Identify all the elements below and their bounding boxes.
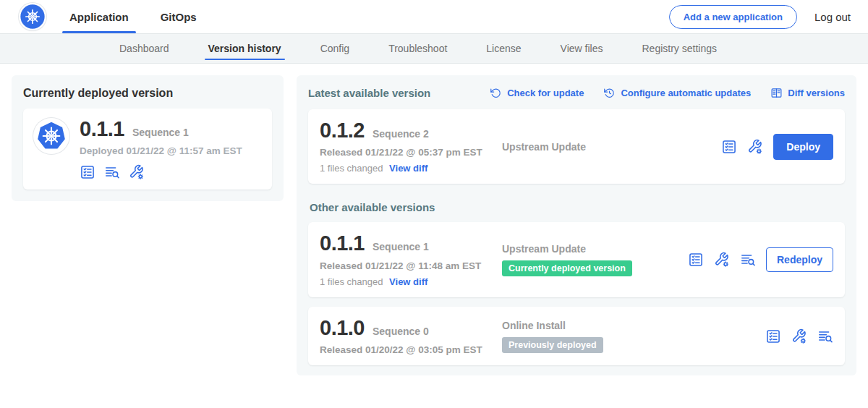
- version-source-column: Online Install Previously deployed: [502, 320, 765, 353]
- main-content: Currently deployed version 0.1.1 Sequenc…: [0, 64, 868, 387]
- top-bar: ApplicationGitOps Add a new application …: [0, 0, 868, 33]
- files-changed-count: 1 files changed: [320, 276, 383, 287]
- view-diff-link[interactable]: View diff: [389, 276, 427, 287]
- files-changed-line: 1 files changed View diff: [320, 163, 502, 174]
- app-tabs: ApplicationGitOps: [68, 0, 198, 33]
- status-badge: Previously deployed: [502, 337, 603, 353]
- add-application-button[interactable]: Add a new application: [669, 5, 797, 29]
- view-diff-link[interactable]: View diff: [389, 163, 427, 174]
- sequence-label: Sequence 1: [373, 241, 429, 252]
- deploy-button[interactable]: Deploy: [773, 134, 833, 160]
- sequence-label: Sequence 0: [373, 326, 429, 337]
- preflight-checklist-icon[interactable]: [721, 139, 737, 155]
- latest-version-list: 0.1.2 Sequence 2 Released 01/21/22 @ 05:…: [308, 109, 845, 184]
- currently-deployed-title: Currently deployed version: [23, 87, 272, 100]
- version-number: 0.1.1: [320, 232, 365, 254]
- preflight-checklist-icon[interactable]: [765, 328, 781, 344]
- version-actions-column: Redeploy: [688, 247, 833, 272]
- check-for-update-link[interactable]: Check for update: [490, 87, 584, 99]
- deploy-logs-icon[interactable]: [817, 328, 833, 344]
- action-label: Configure automatic updates: [621, 88, 751, 98]
- refresh-icon: [490, 87, 502, 99]
- version-source: Upstream Update: [502, 243, 681, 255]
- subnav-tab-version-history[interactable]: Version history: [208, 34, 281, 63]
- version-actions-column: [765, 328, 833, 344]
- files-changed-line: 1 files changed View diff: [320, 276, 502, 287]
- version-actions: Check for updateConfigure automatic upda…: [490, 87, 845, 99]
- deploy-logs-icon[interactable]: [740, 252, 756, 268]
- config-wrench-icon[interactable]: [747, 139, 763, 155]
- logout-button[interactable]: Log out: [814, 11, 851, 23]
- preflight-checklist-icon[interactable]: [688, 252, 704, 268]
- action-label: Diff versions: [788, 88, 845, 98]
- diff-versions-link[interactable]: Diff versions: [770, 87, 845, 99]
- preflight-checklist-icon[interactable]: [80, 164, 95, 180]
- released-date: Released 01/20/22 @ 03:05 pm EST: [320, 344, 502, 355]
- other-versions-title: Other available versions: [310, 201, 845, 213]
- version-source: Online Install: [502, 320, 758, 331]
- subnav-tab-registry-settings[interactable]: Registry settings: [642, 34, 716, 63]
- deployed-date: Deployed 01/21/22 @ 11:57 am EST: [80, 145, 242, 156]
- version-source: Upstream Update: [502, 141, 714, 153]
- version-info-column: 0.1.2 Sequence 2 Released 01/21/22 @ 05:…: [320, 119, 502, 174]
- released-date: Released 01/21/22 @ 11:48 am EST: [320, 260, 502, 271]
- app-subnav: DashboardVersion historyConfigTroublesho…: [0, 33, 868, 64]
- status-badge: Currently deployed version: [502, 260, 632, 276]
- diff-icon: [770, 87, 783, 99]
- version-actions-column: Deploy: [721, 134, 833, 160]
- deployed-version-card: 0.1.1 Sequence 1 Deployed 01/21/22 @ 11:…: [23, 109, 272, 190]
- version-info-column: 0.1.0 Sequence 0 Released 01/20/22 @ 03:…: [320, 317, 502, 355]
- subnav-tab-license[interactable]: License: [486, 34, 521, 63]
- kubernetes-app-icon: [33, 118, 69, 154]
- sequence-label: Sequence 2: [373, 128, 429, 140]
- kubernetes-logo-icon: [19, 3, 46, 30]
- latest-version-title: Latest available version: [308, 87, 430, 99]
- subnav-tab-config[interactable]: Config: [320, 34, 349, 63]
- subnav-tab-troubleshoot[interactable]: Troubleshoot: [388, 34, 447, 63]
- auto-update-icon: [603, 87, 616, 99]
- version-row: 0.1.2 Sequence 2 Released 01/21/22 @ 05:…: [308, 109, 845, 184]
- app-tab-application[interactable]: Application: [68, 0, 130, 33]
- subnav-tab-dashboard[interactable]: Dashboard: [119, 34, 169, 63]
- redeploy-button[interactable]: Redeploy: [766, 247, 833, 272]
- version-source-column: Upstream Update Currently deployed versi…: [502, 243, 688, 276]
- version-history-panel: Latest available version Check for updat…: [297, 75, 856, 375]
- deployed-sequence-label: Sequence 1: [132, 127, 189, 138]
- latest-version-header: Latest available version Check for updat…: [308, 87, 845, 99]
- version-source-column: Upstream Update: [502, 141, 721, 153]
- version-info-column: 0.1.1 Sequence 1 Released 01/21/22 @ 11:…: [320, 232, 502, 286]
- action-label: Check for update: [507, 88, 584, 98]
- version-row: 0.1.0 Sequence 0 Released 01/20/22 @ 03:…: [308, 307, 845, 365]
- config-wrench-icon[interactable]: [714, 252, 730, 268]
- version-number: 0.1.0: [320, 317, 365, 339]
- config-wrench-icon[interactable]: [129, 164, 145, 180]
- deployed-icon-row: [80, 164, 242, 180]
- version-number: 0.1.2: [320, 119, 365, 141]
- configure-automatic-updates-link[interactable]: Configure automatic updates: [603, 87, 751, 99]
- currently-deployed-panel: Currently deployed version 0.1.1 Sequenc…: [12, 75, 284, 201]
- deploy-logs-icon[interactable]: [104, 164, 120, 180]
- files-changed-count: 1 files changed: [320, 163, 383, 174]
- other-version-list: 0.1.1 Sequence 1 Released 01/21/22 @ 11:…: [308, 222, 845, 365]
- deployed-version-number: 0.1.1: [80, 118, 124, 140]
- app-tab-gitops[interactable]: GitOps: [159, 0, 198, 33]
- released-date: Released 01/21/22 @ 05:37 pm EST: [320, 147, 502, 158]
- version-row: 0.1.1 Sequence 1 Released 01/21/22 @ 11:…: [308, 222, 845, 297]
- subnav-tab-view-files[interactable]: View files: [561, 34, 603, 63]
- config-wrench-icon[interactable]: [791, 328, 807, 344]
